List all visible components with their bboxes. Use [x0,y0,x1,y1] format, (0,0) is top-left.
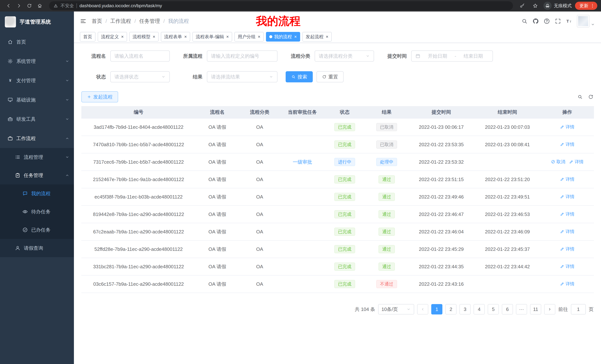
category-select[interactable]: 请选择流程分类 [315,50,374,62]
tab-process-form[interactable]: 流程表单× [161,32,190,42]
tab-process-form-edit[interactable]: 流程表单-编辑× [192,32,232,42]
reset-button[interactable]: 重置 [316,71,344,82]
page-button[interactable]: 4 [474,304,485,315]
cell-end-time: 2022-01-22 23:46:09 [474,223,541,240]
edit-pen-icon [560,212,564,216]
cell-category: OA [239,136,280,153]
cell-current-task [280,240,324,258]
cell-id: 2152467e-7b9b-11ec-9a1b-acde48001122 [81,171,196,188]
goto-page-input[interactable] [571,304,586,315]
sidebar-item-infrastructure[interactable]: 基础设施 [0,90,74,109]
status-select[interactable]: 请选择状态 [110,71,170,82]
reload-button[interactable] [25,1,34,10]
cell-process-name: OA 请假 [196,188,239,206]
sidebar-fold-button[interactable] [80,18,87,25]
detail-link[interactable]: 详情 [560,263,574,269]
tab-close-icon[interactable]: × [184,35,187,39]
password-key-icon[interactable] [517,1,527,10]
page-button[interactable]: 1 [431,304,442,315]
search-icon[interactable] [521,18,528,25]
address-bar[interactable]: 不安全 dashboard.yudao.iocoder.cn/bpm/task/… [49,1,513,10]
sidebar-item-my-process[interactable]: 我的流程 [0,184,74,203]
tab-close-icon[interactable]: × [258,35,260,39]
detail-link[interactable]: 详情 [560,124,574,130]
more-pages-button[interactable]: ··· [516,304,527,315]
cell-current-task [280,118,324,136]
detail-link[interactable]: 详情 [560,141,574,147]
help-icon[interactable] [543,18,550,25]
chevron-down-icon [366,54,370,58]
start-process-button[interactable]: 发起流程 [81,91,118,102]
tab-my-process[interactable]: 我的流程× [266,32,300,42]
toggle-search-icon[interactable] [577,94,583,100]
page-button[interactable]: 6 [502,304,513,315]
tab-process-model[interactable]: 流程模型× [129,32,159,42]
submit-time-range-picker[interactable]: 开始日期 - 结束日期 [411,50,493,62]
page-button[interactable]: 5 [488,304,499,315]
bookmark-star-icon[interactable] [531,1,540,10]
sidebar-item-process-management[interactable]: 流程管理 [0,148,74,166]
forward-button[interactable] [14,1,24,10]
next-page-button[interactable] [544,304,555,315]
process-definition-input[interactable] [207,50,278,62]
page-button[interactable]: 3 [460,304,471,315]
font-size-icon[interactable] [566,18,572,25]
table-row: 03c6c157-7b9a-11ec-a290-acde48001122 OA … [81,275,594,293]
page-button[interactable]: 2 [445,304,457,315]
sidebar-item-payment[interactable]: 支付管理 [0,71,74,90]
search-button[interactable]: 搜索 [286,71,313,82]
sidebar-item-devtools[interactable]: 研发工具 [0,109,74,129]
plus-icon [87,95,91,99]
tab-close-icon[interactable]: × [226,35,229,39]
sidebar-item-todo-tasks[interactable]: 待办任务 [0,203,74,221]
sidebar-item-system[interactable]: 系统管理 [0,52,74,71]
breadcrumb-item[interactable]: 任务管理 [139,18,160,25]
sidebar-item-done-tasks[interactable]: 已办任务 [0,221,74,239]
cell-category: OA [239,171,280,188]
address-divider [77,3,77,8]
back-button[interactable] [4,1,13,10]
detail-link[interactable]: 详情 [560,176,574,182]
tab-close-icon[interactable]: × [121,35,124,39]
page-button[interactable]: 11 [530,304,541,315]
detail-link[interactable]: 详情 [560,229,574,234]
github-icon[interactable] [532,18,539,25]
cell-process-name: OA 请假 [196,223,239,240]
detail-link[interactable]: 详情 [560,246,574,252]
result-select[interactable]: 请选择流结果 [207,71,278,82]
tab-close-icon[interactable]: × [326,35,328,39]
breadcrumb-item-current: 我的流程 [168,18,189,25]
tab-user-group[interactable]: 用户分组× [234,32,264,42]
cell-current-task [280,275,324,293]
sidebar-item-task-management[interactable]: 任务管理 [0,166,74,184]
tab-close-icon[interactable]: × [153,35,155,39]
tab-home[interactable]: 首页 [80,32,95,42]
process-name-input[interactable] [110,50,170,62]
tab-process-definition[interactable]: 流程定义× [98,32,127,42]
sidebar-item-home[interactable]: 首页 [0,32,74,52]
result-badge: 通过 [379,245,395,253]
sidebar-item-leave-query[interactable]: 请假查询 [0,239,74,257]
sidebar-item-workflow[interactable]: 工作流程 [0,129,74,148]
cancel-link[interactable]: 取消 [551,159,565,165]
cell-submit-time: 2022-01-22 23:53:32 [408,153,474,171]
breadcrumb-item[interactable]: 工作流程 [110,18,131,25]
current-task-link[interactable]: 一级审批 [293,159,312,165]
app-logo[interactable]: 芋道管理系统 [0,11,74,32]
user-avatar[interactable] [577,15,595,28]
status-badge: 进行中 [334,158,355,166]
tab-close-icon[interactable]: × [294,35,297,39]
detail-link[interactable]: 详情 [560,211,574,217]
detail-link[interactable]: 详情 [560,281,574,287]
home-button[interactable] [35,1,45,10]
tab-start-process[interactable]: 发起流程× [302,32,332,42]
detail-link[interactable]: 详情 [569,159,583,165]
refresh-table-icon[interactable] [588,94,594,100]
process-table: 编号 流程名 流程分类 当前审批任务 状态 结果 提交时间 结束时间 操作 [81,106,594,293]
prev-page-button[interactable] [417,304,428,315]
breadcrumb-item[interactable]: 首页 [92,18,102,25]
fullscreen-icon[interactable] [555,18,561,25]
page-size-select[interactable]: 10条/页 [378,304,414,315]
detail-link[interactable]: 详情 [560,194,574,200]
update-menu-button[interactable]: 更新 [575,2,597,10]
